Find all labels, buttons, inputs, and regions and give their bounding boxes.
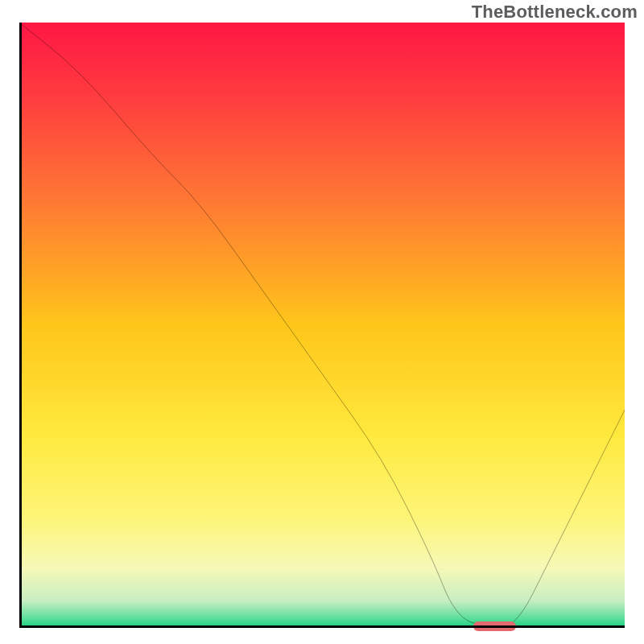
plot-area — [19, 23, 625, 628]
bottleneck-curve — [19, 23, 625, 628]
x-axis — [19, 625, 625, 628]
y-axis — [19, 23, 22, 628]
chart-container: TheBottleneck.com — [0, 0, 644, 644]
watermark-text: TheBottleneck.com — [472, 2, 638, 23]
